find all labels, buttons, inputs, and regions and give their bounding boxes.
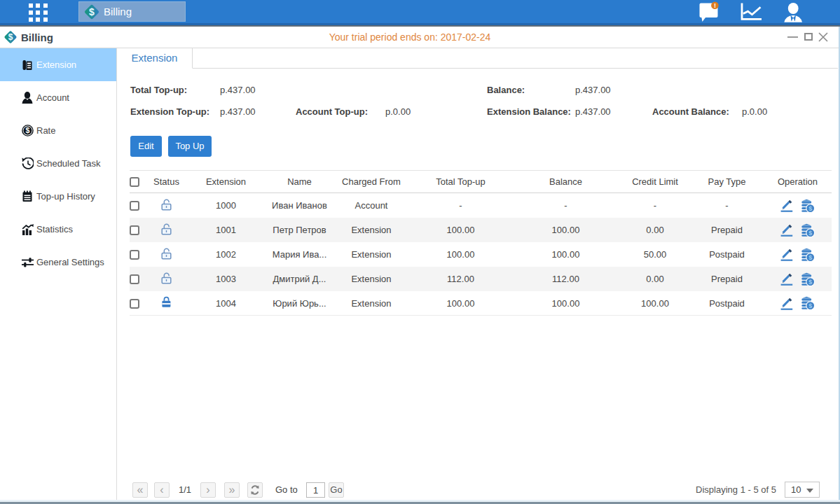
svg-text:!: ! [714,2,716,9]
svg-text:$: $ [26,126,30,134]
svg-text:$: $ [89,6,95,18]
